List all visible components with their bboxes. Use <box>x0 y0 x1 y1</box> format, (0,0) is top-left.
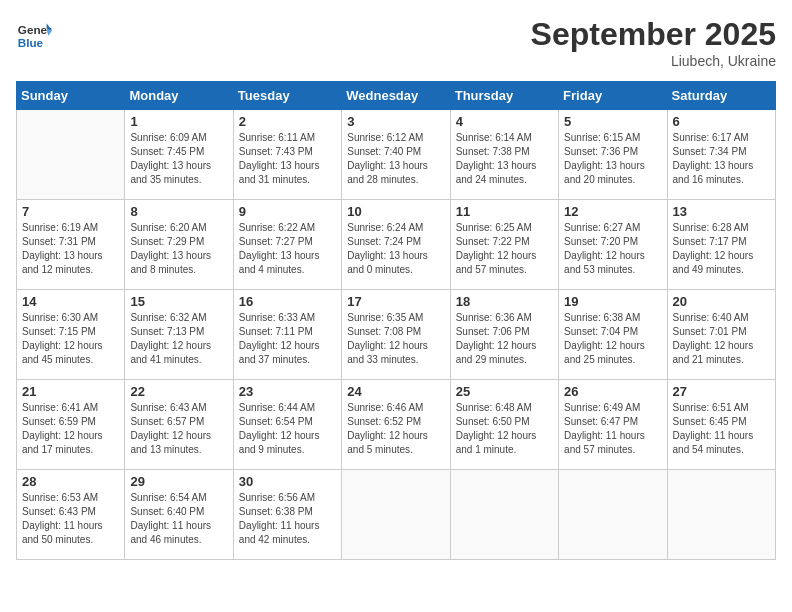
day-info: Sunrise: 6:27 AMSunset: 7:20 PMDaylight:… <box>564 221 661 277</box>
month-title: September 2025 <box>531 16 776 53</box>
day-info: Sunrise: 6:56 AMSunset: 6:38 PMDaylight:… <box>239 491 336 547</box>
day-info: Sunrise: 6:51 AMSunset: 6:45 PMDaylight:… <box>673 401 770 457</box>
day-info: Sunrise: 6:49 AMSunset: 6:47 PMDaylight:… <box>564 401 661 457</box>
day-info: Sunrise: 6:38 AMSunset: 7:04 PMDaylight:… <box>564 311 661 367</box>
day-info: Sunrise: 6:36 AMSunset: 7:06 PMDaylight:… <box>456 311 553 367</box>
calendar-week-row: 28Sunrise: 6:53 AMSunset: 6:43 PMDayligh… <box>17 470 776 560</box>
day-number: 9 <box>239 204 336 219</box>
day-info: Sunrise: 6:17 AMSunset: 7:34 PMDaylight:… <box>673 131 770 187</box>
day-info: Sunrise: 6:46 AMSunset: 6:52 PMDaylight:… <box>347 401 444 457</box>
day-number: 19 <box>564 294 661 309</box>
calendar-cell: 21Sunrise: 6:41 AMSunset: 6:59 PMDayligh… <box>17 380 125 470</box>
day-number: 14 <box>22 294 119 309</box>
calendar-cell <box>559 470 667 560</box>
calendar-cell: 23Sunrise: 6:44 AMSunset: 6:54 PMDayligh… <box>233 380 341 470</box>
calendar-cell: 10Sunrise: 6:24 AMSunset: 7:24 PMDayligh… <box>342 200 450 290</box>
day-info: Sunrise: 6:19 AMSunset: 7:31 PMDaylight:… <box>22 221 119 277</box>
day-info: Sunrise: 6:14 AMSunset: 7:38 PMDaylight:… <box>456 131 553 187</box>
day-number: 4 <box>456 114 553 129</box>
calendar-cell <box>342 470 450 560</box>
day-number: 18 <box>456 294 553 309</box>
calendar-week-row: 21Sunrise: 6:41 AMSunset: 6:59 PMDayligh… <box>17 380 776 470</box>
day-number: 20 <box>673 294 770 309</box>
calendar-cell: 9Sunrise: 6:22 AMSunset: 7:27 PMDaylight… <box>233 200 341 290</box>
calendar-cell: 22Sunrise: 6:43 AMSunset: 6:57 PMDayligh… <box>125 380 233 470</box>
day-info: Sunrise: 6:48 AMSunset: 6:50 PMDaylight:… <box>456 401 553 457</box>
calendar-cell: 30Sunrise: 6:56 AMSunset: 6:38 PMDayligh… <box>233 470 341 560</box>
day-number: 21 <box>22 384 119 399</box>
logo-icon: General Blue <box>16 16 52 52</box>
calendar-cell <box>450 470 558 560</box>
weekday-row: SundayMondayTuesdayWednesdayThursdayFrid… <box>17 82 776 110</box>
day-info: Sunrise: 6:30 AMSunset: 7:15 PMDaylight:… <box>22 311 119 367</box>
day-number: 12 <box>564 204 661 219</box>
calendar-cell: 12Sunrise: 6:27 AMSunset: 7:20 PMDayligh… <box>559 200 667 290</box>
day-number: 17 <box>347 294 444 309</box>
calendar-cell <box>667 470 775 560</box>
calendar-cell: 4Sunrise: 6:14 AMSunset: 7:38 PMDaylight… <box>450 110 558 200</box>
logo: General Blue <box>16 16 52 52</box>
day-number: 3 <box>347 114 444 129</box>
calendar-cell: 15Sunrise: 6:32 AMSunset: 7:13 PMDayligh… <box>125 290 233 380</box>
day-info: Sunrise: 6:44 AMSunset: 6:54 PMDaylight:… <box>239 401 336 457</box>
day-info: Sunrise: 6:20 AMSunset: 7:29 PMDaylight:… <box>130 221 227 277</box>
calendar-cell: 13Sunrise: 6:28 AMSunset: 7:17 PMDayligh… <box>667 200 775 290</box>
calendar-week-row: 1Sunrise: 6:09 AMSunset: 7:45 PMDaylight… <box>17 110 776 200</box>
title-block: September 2025 Liubech, Ukraine <box>531 16 776 69</box>
day-info: Sunrise: 6:35 AMSunset: 7:08 PMDaylight:… <box>347 311 444 367</box>
calendar-week-row: 14Sunrise: 6:30 AMSunset: 7:15 PMDayligh… <box>17 290 776 380</box>
day-number: 22 <box>130 384 227 399</box>
day-info: Sunrise: 6:11 AMSunset: 7:43 PMDaylight:… <box>239 131 336 187</box>
day-info: Sunrise: 6:33 AMSunset: 7:11 PMDaylight:… <box>239 311 336 367</box>
day-number: 7 <box>22 204 119 219</box>
page-header: General Blue September 2025 Liubech, Ukr… <box>16 16 776 69</box>
weekday-header: Saturday <box>667 82 775 110</box>
day-number: 13 <box>673 204 770 219</box>
calendar-cell: 17Sunrise: 6:35 AMSunset: 7:08 PMDayligh… <box>342 290 450 380</box>
calendar-header: SundayMondayTuesdayWednesdayThursdayFrid… <box>17 82 776 110</box>
day-info: Sunrise: 6:40 AMSunset: 7:01 PMDaylight:… <box>673 311 770 367</box>
calendar-cell: 3Sunrise: 6:12 AMSunset: 7:40 PMDaylight… <box>342 110 450 200</box>
calendar-cell <box>17 110 125 200</box>
calendar-table: SundayMondayTuesdayWednesdayThursdayFrid… <box>16 81 776 560</box>
calendar-week-row: 7Sunrise: 6:19 AMSunset: 7:31 PMDaylight… <box>17 200 776 290</box>
day-info: Sunrise: 6:28 AMSunset: 7:17 PMDaylight:… <box>673 221 770 277</box>
day-number: 1 <box>130 114 227 129</box>
day-number: 11 <box>456 204 553 219</box>
svg-text:Blue: Blue <box>18 36 44 49</box>
calendar-cell: 19Sunrise: 6:38 AMSunset: 7:04 PMDayligh… <box>559 290 667 380</box>
calendar-cell: 26Sunrise: 6:49 AMSunset: 6:47 PMDayligh… <box>559 380 667 470</box>
day-number: 28 <box>22 474 119 489</box>
day-info: Sunrise: 6:22 AMSunset: 7:27 PMDaylight:… <box>239 221 336 277</box>
calendar-cell: 29Sunrise: 6:54 AMSunset: 6:40 PMDayligh… <box>125 470 233 560</box>
day-info: Sunrise: 6:15 AMSunset: 7:36 PMDaylight:… <box>564 131 661 187</box>
day-number: 16 <box>239 294 336 309</box>
calendar-cell: 5Sunrise: 6:15 AMSunset: 7:36 PMDaylight… <box>559 110 667 200</box>
calendar-cell: 8Sunrise: 6:20 AMSunset: 7:29 PMDaylight… <box>125 200 233 290</box>
day-info: Sunrise: 6:25 AMSunset: 7:22 PMDaylight:… <box>456 221 553 277</box>
day-number: 27 <box>673 384 770 399</box>
day-number: 29 <box>130 474 227 489</box>
day-number: 26 <box>564 384 661 399</box>
calendar-cell: 7Sunrise: 6:19 AMSunset: 7:31 PMDaylight… <box>17 200 125 290</box>
calendar-cell: 18Sunrise: 6:36 AMSunset: 7:06 PMDayligh… <box>450 290 558 380</box>
day-info: Sunrise: 6:12 AMSunset: 7:40 PMDaylight:… <box>347 131 444 187</box>
day-info: Sunrise: 6:54 AMSunset: 6:40 PMDaylight:… <box>130 491 227 547</box>
calendar-cell: 28Sunrise: 6:53 AMSunset: 6:43 PMDayligh… <box>17 470 125 560</box>
calendar-body: 1Sunrise: 6:09 AMSunset: 7:45 PMDaylight… <box>17 110 776 560</box>
calendar-cell: 27Sunrise: 6:51 AMSunset: 6:45 PMDayligh… <box>667 380 775 470</box>
weekday-header: Tuesday <box>233 82 341 110</box>
day-info: Sunrise: 6:43 AMSunset: 6:57 PMDaylight:… <box>130 401 227 457</box>
calendar-cell: 1Sunrise: 6:09 AMSunset: 7:45 PMDaylight… <box>125 110 233 200</box>
calendar-cell: 25Sunrise: 6:48 AMSunset: 6:50 PMDayligh… <box>450 380 558 470</box>
calendar-cell: 11Sunrise: 6:25 AMSunset: 7:22 PMDayligh… <box>450 200 558 290</box>
weekday-header: Thursday <box>450 82 558 110</box>
calendar-cell: 14Sunrise: 6:30 AMSunset: 7:15 PMDayligh… <box>17 290 125 380</box>
day-number: 10 <box>347 204 444 219</box>
calendar-cell: 6Sunrise: 6:17 AMSunset: 7:34 PMDaylight… <box>667 110 775 200</box>
weekday-header: Wednesday <box>342 82 450 110</box>
calendar-cell: 20Sunrise: 6:40 AMSunset: 7:01 PMDayligh… <box>667 290 775 380</box>
day-number: 5 <box>564 114 661 129</box>
calendar-cell: 2Sunrise: 6:11 AMSunset: 7:43 PMDaylight… <box>233 110 341 200</box>
weekday-header: Monday <box>125 82 233 110</box>
